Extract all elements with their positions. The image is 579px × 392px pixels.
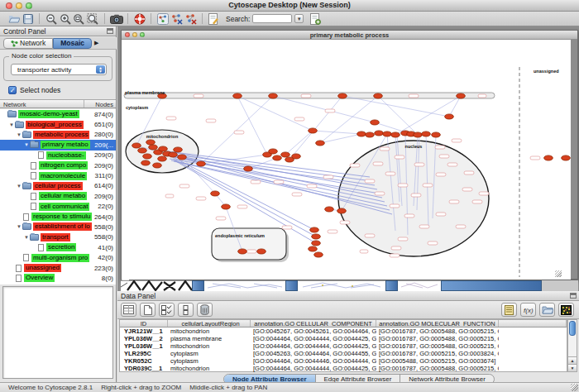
node-label-chip[interactable] bbox=[423, 184, 433, 187]
gene-node[interactable] bbox=[174, 147, 183, 152]
gene-node[interactable] bbox=[314, 252, 323, 257]
node-label-chip[interactable] bbox=[375, 192, 385, 195]
node-label-chip[interactable] bbox=[447, 163, 457, 166]
gene-node[interactable] bbox=[211, 191, 220, 196]
tree-item-biological-process[interactable]: ▼biological_process651(0) bbox=[0, 119, 116, 129]
disclosure-triangle-icon[interactable]: ▼ bbox=[16, 184, 22, 189]
gene-node[interactable] bbox=[316, 141, 325, 146]
edge-bundle[interactable] bbox=[169, 154, 372, 181]
gene-node[interactable] bbox=[445, 114, 454, 119]
gene-node[interactable] bbox=[325, 207, 334, 212]
gene-node[interactable] bbox=[562, 155, 571, 160]
gene-node[interactable] bbox=[197, 161, 206, 166]
gene-node[interactable] bbox=[371, 120, 380, 125]
node-label-chip[interactable] bbox=[530, 156, 540, 160]
node-label-chip[interactable] bbox=[165, 194, 174, 198]
node-label-chip[interactable] bbox=[472, 200, 482, 203]
node-label-chip[interactable] bbox=[274, 180, 284, 184]
table-cell[interactable]: plasma membrane bbox=[168, 335, 251, 342]
edge[interactable] bbox=[320, 134, 361, 143]
node-label-chip[interactable] bbox=[373, 162, 383, 165]
gene-node[interactable] bbox=[366, 132, 375, 137]
tabs-overflow-icon[interactable]: ▶ bbox=[94, 40, 98, 46]
tree-item-cellular-metabo[interactable]: cellular metabo209(0) bbox=[0, 191, 116, 201]
gene-node[interactable] bbox=[141, 160, 151, 165]
birds-eye-view[interactable] bbox=[2, 286, 113, 379]
table-cell[interactable] bbox=[499, 327, 567, 335]
tab-mosaic[interactable]: Mosaic bbox=[53, 38, 92, 49]
node-label-chip[interactable] bbox=[251, 180, 261, 184]
gene-node[interactable] bbox=[132, 143, 141, 148]
node-label-chip[interactable] bbox=[301, 94, 311, 98]
select-nodes-checkbox[interactable]: ✓ bbox=[8, 86, 17, 94]
node-label-chip[interactable] bbox=[462, 188, 472, 191]
table-cell[interactable]: YLR295C bbox=[120, 350, 168, 357]
tab-network[interactable]: Network bbox=[3, 38, 53, 49]
gene-node[interactable] bbox=[273, 155, 282, 160]
edge[interactable] bbox=[201, 96, 273, 164]
search-input[interactable] bbox=[252, 14, 292, 23]
table-row[interactable]: YPL036W__1mitochondrion[GO:0044464, GO:0… bbox=[120, 342, 567, 350]
network-frame-titlebar[interactable]: primary metabolic process bbox=[122, 31, 577, 40]
select-attributes-icon[interactable] bbox=[159, 303, 175, 317]
tree-item-unassigned[interactable]: unassigned223(0) bbox=[0, 263, 116, 273]
title-bar[interactable]: Cytoscape Desktop (New Session) bbox=[0, 0, 579, 12]
gene-node[interactable] bbox=[337, 208, 347, 213]
tree-item-nitrogen-compo[interactable]: nitrogen compo209(0) bbox=[0, 160, 116, 170]
disclosure-triangle-icon[interactable]: ▼ bbox=[23, 142, 30, 147]
node-label-chip[interactable] bbox=[398, 237, 408, 241]
node-label-chip[interactable] bbox=[449, 200, 459, 203]
table-cell[interactable]: [GO:0016787, GO:0005488, GO:0005215, G..… bbox=[376, 327, 499, 335]
node-label-chip[interactable] bbox=[166, 117, 176, 120]
gene-node[interactable] bbox=[375, 131, 384, 136]
background-windows-strip[interactable] bbox=[121, 280, 578, 291]
nucleus-region[interactable] bbox=[338, 141, 489, 256]
node-label-chip[interactable] bbox=[294, 117, 304, 121]
destroy-view-icon[interactable] bbox=[170, 12, 184, 26]
node-label-chip[interactable] bbox=[360, 250, 368, 253]
canvas-resize-grip[interactable] bbox=[555, 270, 562, 277]
gene-node[interactable] bbox=[432, 132, 441, 137]
zoom-selected-icon[interactable] bbox=[72, 12, 86, 26]
zoom-out-icon[interactable] bbox=[44, 12, 58, 26]
node-label-chip[interactable] bbox=[323, 175, 333, 179]
node-label-chip[interactable] bbox=[390, 204, 400, 208]
network-canvas[interactable]: plasma membranecytoplasmmitochondrionnuc… bbox=[122, 40, 571, 280]
create-view-icon[interactable] bbox=[156, 12, 170, 26]
window-resize-grip[interactable] bbox=[571, 384, 578, 391]
tree-item-primary-metabo[interactable]: ▼primary metabo209(... bbox=[0, 140, 116, 150]
tree-column-nodes[interactable]: Nodes bbox=[84, 100, 116, 108]
node-label-chip[interactable] bbox=[292, 193, 302, 196]
destroy-network-icon[interactable] bbox=[184, 12, 198, 26]
gene-node[interactable] bbox=[257, 249, 266, 254]
node-label-chip[interactable] bbox=[411, 194, 421, 197]
edge[interactable] bbox=[285, 131, 313, 155]
node-label-chip[interactable] bbox=[325, 109, 335, 112]
disclosure-triangle-icon[interactable]: ▼ bbox=[23, 235, 30, 240]
zoom-in-icon[interactable] bbox=[58, 12, 72, 26]
float-panel-icon[interactable] bbox=[107, 28, 113, 34]
table-cell[interactable]: YPL036W__1 bbox=[120, 342, 168, 350]
tree-item-macromolecule[interactable]: macromolecule311(0) bbox=[0, 170, 116, 180]
node-label-chip[interactable] bbox=[398, 184, 408, 187]
gene-node[interactable] bbox=[269, 93, 278, 98]
gene-node[interactable] bbox=[383, 131, 392, 136]
new-attribute-icon[interactable] bbox=[140, 303, 156, 317]
float-panel-icon[interactable] bbox=[570, 293, 577, 299]
node-label-chip[interactable] bbox=[307, 184, 317, 188]
table-cell[interactable]: YJR121W__1 bbox=[120, 327, 168, 335]
table-cell[interactable]: [GO:0044464, GO:0044444, GO:0044425, G..… bbox=[251, 335, 376, 342]
gene-node[interactable] bbox=[357, 131, 366, 136]
edge[interactable] bbox=[237, 96, 313, 131]
gene-node[interactable] bbox=[414, 132, 423, 137]
node-label-chip[interactable] bbox=[479, 192, 489, 195]
gene-node[interactable] bbox=[457, 93, 466, 98]
scroll-down-icon[interactable]: ▼ bbox=[568, 364, 577, 371]
gene-node[interactable] bbox=[292, 154, 301, 159]
node-label-chip[interactable] bbox=[340, 221, 350, 224]
gene-node[interactable] bbox=[169, 152, 178, 157]
node-label-chip[interactable] bbox=[404, 214, 414, 218]
gene-node[interactable] bbox=[159, 146, 168, 151]
table-row[interactable]: YPL036W__2plasma membrane[GO:0044464, GO… bbox=[120, 335, 567, 342]
gene-node[interactable] bbox=[178, 155, 187, 160]
